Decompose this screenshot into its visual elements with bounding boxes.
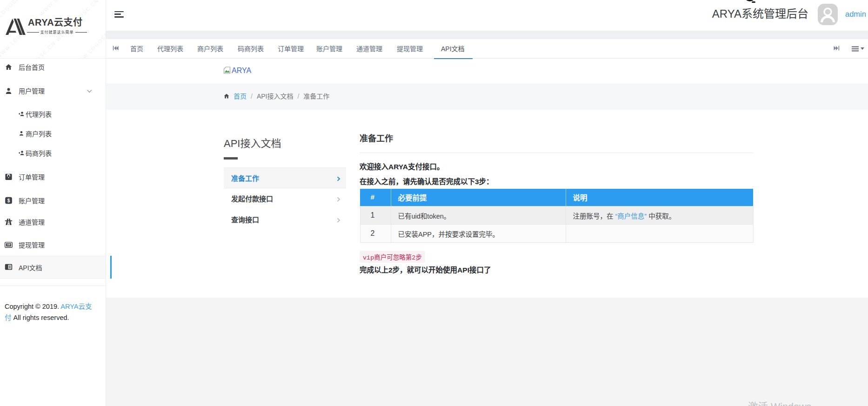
svg-text:100: 100	[7, 244, 10, 246]
svg-text:$: $	[7, 198, 10, 203]
